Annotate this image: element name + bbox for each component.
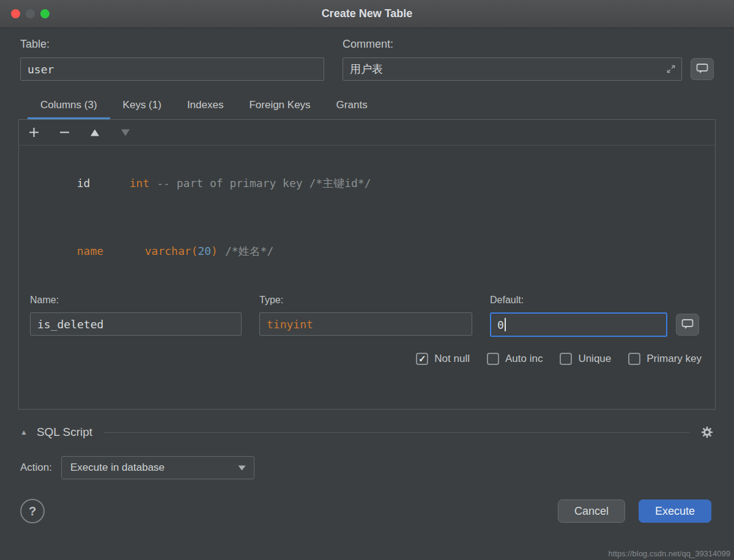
action-label: Action: [20,462,52,474]
column-comment: /*姓名*/ [225,245,273,257]
not-null-checkbox[interactable]: Not null [416,353,470,365]
zoom-button[interactable] [40,9,50,18]
action-dropdown[interactable]: Execute in database [61,456,254,479]
plus-icon [29,127,39,138]
primary-key-checkbox[interactable]: Primary key [628,353,702,365]
settings-button[interactable] [700,426,714,439]
default-value-text: 0 [497,319,504,331]
title-bar: Create New Table [0,0,734,28]
minimize-button[interactable] [26,9,35,18]
columns-toolbar [19,120,715,146]
tab-indexes[interactable]: Indexes [174,93,237,119]
column-type-input[interactable] [259,312,472,336]
tab-keys[interactable]: Keys (1) [110,93,174,119]
comment-input[interactable] [343,57,682,81]
tab-foreign-keys[interactable]: Foreign Keys [236,93,323,119]
auto-inc-checkbox[interactable]: Auto inc [487,353,543,365]
remove-column-button[interactable] [58,127,70,139]
checkbox-label: Auto inc [505,353,543,365]
columns-panel: idint-- part of primary key /*主键id*/ nam… [18,119,716,410]
unique-checkbox[interactable]: Unique [560,353,611,365]
section-divider [103,432,689,433]
minus-icon [59,127,70,138]
arrow-up-icon [90,128,100,137]
text-caret [505,318,506,331]
gear-icon [700,426,714,439]
close-button[interactable] [11,9,20,18]
watermark: https://blog.csdn.net/qq_39314099 [609,549,731,558]
move-up-button[interactable] [89,127,101,139]
column-row-id[interactable]: idint-- part of primary key /*主键id*/ [24,149,710,217]
cancel-button[interactable]: Cancel [558,499,625,523]
table-comment-button[interactable] [691,58,714,80]
create-table-dialog: Create New Table Table: Comment: [0,0,734,560]
column-row-name[interactable]: namevarchar(20)/*姓名*/ [24,217,710,285]
chevron-down-icon [238,465,246,471]
column-name: id [77,172,130,194]
footer: ? Cancel Execute [20,499,711,523]
tab-bar: Columns (3) Keys (1) Indexes Foreign Key… [0,93,734,119]
move-down-button[interactable] [119,127,132,139]
column-flags: Not null Auto inc Unique Primary key [19,353,715,365]
action-row: Action: Execute in database [20,456,714,479]
checkbox-label: Primary key [647,353,702,365]
expand-icon[interactable] [666,64,676,76]
column-type: int [130,177,150,190]
speech-bubble-icon [681,319,694,331]
name-label: Name: [30,295,242,306]
default-label: Default: [490,295,699,306]
header-form: Table: Comment: [0,28,734,81]
table-name-input[interactable] [20,57,324,81]
arrow-down-icon [120,128,130,137]
default-value-input[interactable]: 0 [490,312,667,337]
checkbox-box[interactable] [560,353,572,365]
column-comment: -- part of primary key /*主键id*/ [157,177,371,190]
column-comment-button[interactable] [676,314,699,336]
column-list: idint-- part of primary key /*主键id*/ nam… [19,146,715,285]
tab-columns[interactable]: Columns (3) [28,93,110,119]
column-name-input[interactable] [30,312,242,336]
column-type: varchar(20) [145,245,218,257]
sql-script-title[interactable]: SQL Script [37,426,92,439]
action-dropdown-value: Execute in database [70,462,165,474]
dialog-title: Create New Table [322,7,413,20]
checkbox-label: Not null [434,353,470,365]
tab-grants[interactable]: Grants [324,93,380,119]
checkbox-box[interactable] [628,353,640,365]
collapse-icon[interactable]: ▲ [20,428,28,437]
comment-label: Comment: [343,38,714,51]
table-label: Table: [20,38,324,51]
checkbox-box[interactable] [416,353,428,365]
add-column-button[interactable] [28,127,40,139]
execute-button[interactable]: Execute [639,499,711,523]
column-editor: Name: Type: Default: 0 [19,295,715,337]
checkbox-label: Unique [578,353,611,365]
type-label: Type: [259,295,472,306]
help-button[interactable]: ? [20,499,45,523]
traffic-lights [11,9,50,18]
checkbox-box[interactable] [487,353,499,365]
column-name: name [77,240,145,262]
speech-bubble-icon [696,63,708,76]
sql-script-section: ▲ SQL Script [20,426,714,439]
